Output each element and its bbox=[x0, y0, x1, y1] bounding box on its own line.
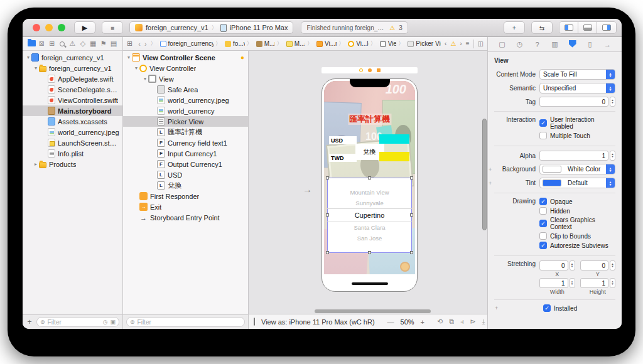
outline-row[interactable]: F Input Currency1 bbox=[123, 148, 248, 159]
embed-icon[interactable]: ⧉ bbox=[449, 318, 454, 326]
add-attribute-button[interactable]: + bbox=[489, 180, 492, 186]
checkbox[interactable] bbox=[539, 198, 547, 205]
picker-item[interactable]: Cupertino bbox=[327, 208, 412, 222]
outline-row[interactable]: ▾ View Controller bbox=[123, 63, 248, 73]
outline-row[interactable]: ▾ View bbox=[123, 73, 248, 84]
usd-label[interactable]: USD bbox=[329, 136, 357, 144]
checkbox-row[interactable]: Clears Graphics Context bbox=[539, 217, 615, 230]
zoom-level[interactable]: 50% bbox=[401, 318, 414, 326]
file-row[interactable]: AppDelegate.swift bbox=[23, 73, 122, 84]
breadcrumb-item[interactable]: 〉 M...e) bbox=[275, 40, 305, 48]
attributes-inspector-tab[interactable] bbox=[568, 40, 577, 49]
file-row[interactable]: ViewController.swift bbox=[23, 95, 122, 105]
canvas-vertical-scrollbar[interactable] bbox=[482, 119, 487, 230]
stretch-width-field[interactable]: 1 bbox=[539, 278, 568, 288]
app-title-label[interactable]: 匯率計算機 bbox=[348, 114, 391, 125]
identity-inspector-tab[interactable]: ▥ bbox=[551, 40, 559, 48]
file-inspector-tab[interactable]: ▢ bbox=[498, 40, 507, 48]
disclosure-icon[interactable]: ▸ bbox=[33, 161, 39, 167]
breakpoints-tab[interactable]: ⚑ bbox=[99, 40, 108, 48]
related-items-icon[interactable]: ⊞ bbox=[127, 40, 132, 48]
alpha-stepper[interactable]: ▲▼ bbox=[610, 151, 615, 161]
resize-handle[interactable] bbox=[410, 176, 413, 179]
outline-row[interactable]: F Currency field text1 bbox=[123, 137, 248, 148]
scrollbar-thumb[interactable] bbox=[482, 119, 487, 230]
picker-view[interactable]: Mountain View Sunnyvale Cupertino Santa … bbox=[327, 178, 412, 253]
outline-row[interactable]: Picker View bbox=[123, 116, 248, 127]
warning-icon[interactable]: ⚠ bbox=[389, 24, 395, 31]
outline-row[interactable]: ▾ View Controller Scene ● bbox=[123, 52, 248, 63]
zoom-window-button[interactable] bbox=[58, 24, 65, 31]
background-popup[interactable]: White Color ▲▼ bbox=[539, 164, 615, 174]
tests-tab[interactable]: ◇ bbox=[78, 40, 87, 48]
recents-icon[interactable]: ◷ bbox=[103, 319, 108, 325]
checkbox[interactable] bbox=[539, 220, 547, 227]
breadcrumb-item[interactable]: 〉 Picker View bbox=[396, 40, 441, 48]
picker-item[interactable]: Sunnyvale bbox=[355, 198, 383, 208]
issue-warning-icon[interactable]: ⚠ bbox=[450, 40, 456, 47]
alpha-field[interactable]: 1 bbox=[539, 151, 608, 161]
scrollbar-thumb[interactable] bbox=[315, 309, 431, 313]
close-window-button[interactable] bbox=[33, 24, 40, 31]
outline-row[interactable]: L USD bbox=[123, 169, 248, 180]
checkbox-row[interactable]: + Hidden bbox=[539, 207, 615, 215]
zoom-in-button[interactable]: + bbox=[421, 318, 424, 326]
outline-row[interactable]: world_currency bbox=[123, 105, 248, 116]
outline-filter-field[interactable]: ⊜ Filter bbox=[126, 317, 245, 327]
outline-toggle-icon[interactable]: ≡ bbox=[466, 40, 470, 47]
outline-row[interactable]: → Storyboard Entry Point bbox=[123, 212, 248, 223]
run-button[interactable]: ▶ bbox=[74, 21, 95, 34]
output-currency-field[interactable] bbox=[379, 152, 409, 161]
reports-tab[interactable]: ▤ bbox=[109, 40, 118, 48]
checkbox-row[interactable]: Opaque bbox=[539, 198, 615, 205]
previous-issue-button[interactable]: ‹ bbox=[445, 40, 446, 47]
minimize-window-button[interactable] bbox=[45, 24, 53, 31]
picker-item[interactable]: San Jose bbox=[357, 233, 382, 244]
semantic-popup[interactable]: Unspecified ▲▼ bbox=[539, 83, 615, 94]
next-issue-button[interactable]: › bbox=[460, 40, 462, 47]
file-row[interactable]: Info.plist bbox=[23, 148, 122, 159]
breadcrumb-item[interactable]: 〉 View bbox=[369, 40, 397, 48]
update-frames-icon[interactable]: ⟲ bbox=[437, 318, 443, 326]
symbols-tab[interactable]: ⊞ bbox=[48, 40, 57, 48]
add-attribute-button[interactable]: + bbox=[489, 166, 492, 173]
stretch-height-stepper[interactable]: ▲▼ bbox=[610, 278, 615, 288]
toggle-inspector-button[interactable] bbox=[597, 22, 616, 33]
file-row[interactable]: Assets.xcassets bbox=[23, 116, 122, 127]
size-inspector-tab[interactable]: ▯ bbox=[586, 40, 595, 48]
stretch-width-stepper[interactable]: ▲▼ bbox=[570, 278, 575, 288]
stretch-height-field[interactable]: 1 bbox=[580, 278, 609, 288]
input-currency-field[interactable] bbox=[379, 134, 409, 144]
scene-header-bar[interactable] bbox=[322, 67, 418, 73]
first-responder-icon[interactable] bbox=[368, 68, 372, 72]
outline-row[interactable]: Safe Area bbox=[123, 84, 248, 95]
canvas-viewport[interactable]: → 100 bbox=[249, 51, 487, 309]
flat-list-icon[interactable]: ▣ bbox=[110, 319, 116, 325]
outline-row[interactable]: First Responder bbox=[123, 191, 248, 201]
connections-inspector-tab[interactable]: → bbox=[603, 41, 612, 48]
content-mode-popup[interactable]: Scale To Fill ▲▼ bbox=[539, 69, 615, 80]
align-icon[interactable]: ⫞ bbox=[460, 318, 464, 326]
checkbox-row[interactable]: Multiple Touch bbox=[539, 132, 615, 139]
checkbox-row[interactable]: Clip to Bounds bbox=[539, 232, 615, 240]
add-file-button[interactable]: + bbox=[26, 318, 33, 326]
resize-handle[interactable] bbox=[410, 213, 413, 217]
resize-handle[interactable] bbox=[326, 176, 329, 179]
breadcrumb-item[interactable]: 〉 fo...v1 bbox=[213, 40, 245, 48]
add-constraints-icon[interactable]: ⊳ bbox=[470, 318, 476, 326]
outline-row[interactable]: → Exit bbox=[123, 201, 248, 212]
resolve-layout-icon[interactable]: ⤓ bbox=[482, 318, 485, 326]
checkbox-row[interactable]: User Interaction Enabled bbox=[539, 116, 615, 130]
stretch-y-stepper[interactable]: ▲▼ bbox=[610, 260, 615, 270]
checkbox[interactable] bbox=[539, 132, 547, 139]
exit-icon[interactable] bbox=[377, 68, 381, 72]
stretch-x-stepper[interactable]: ▲▼ bbox=[570, 260, 575, 270]
stop-button[interactable]: ■ bbox=[102, 21, 123, 34]
outline-row[interactable]: F Output Currency1 bbox=[123, 159, 248, 169]
toggle-navigator-button[interactable] bbox=[559, 22, 578, 33]
checkbox[interactable] bbox=[539, 242, 547, 249]
file-row[interactable]: world_currency.jpeg bbox=[23, 127, 122, 137]
history-inspector-tab[interactable]: ◷ bbox=[516, 40, 524, 48]
twd-label[interactable]: TWD bbox=[329, 154, 357, 162]
editor-mode-button[interactable]: ⇆ bbox=[531, 21, 553, 34]
